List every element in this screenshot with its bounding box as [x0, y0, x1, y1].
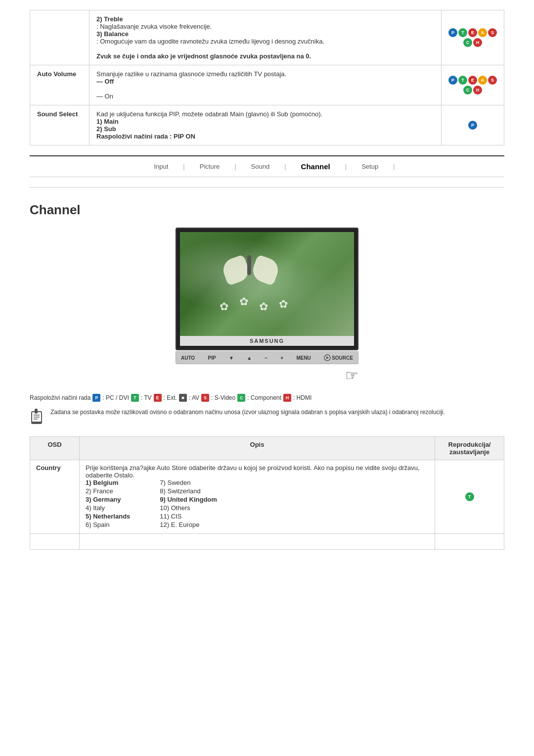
nav-input[interactable]: Input	[139, 161, 183, 172]
sound-select-sub: 2) Sub	[96, 125, 116, 133]
icon-cell-auto-volume: P T E A S C H	[442, 65, 504, 105]
rep-country: T	[435, 460, 504, 534]
volume-note: Zvuk se čuje i onda ako je vrijednost gl…	[96, 52, 311, 60]
country-list-left: 1) Belgium 2) France 3) Germany 4) Italy…	[86, 479, 130, 528]
icon-cluster-country: T	[465, 492, 474, 501]
balance-desc: : Omogućuje vam da ugodite ravnotežu zvu…	[96, 38, 324, 45]
country-netherlands: 5) Netherlands	[86, 513, 130, 520]
osd-country: Country	[30, 460, 80, 534]
badge-c: C	[237, 394, 245, 402]
sound-select-desc: Kad je uključena funkcija PIP, možete od…	[96, 110, 322, 118]
btn-plus[interactable]: +	[280, 355, 283, 361]
settings-table: 2) Treble : Naglašavanje zvuka visoke fr…	[30, 10, 504, 145]
country-belgium: 1) Belgium	[86, 479, 130, 486]
table-row-auto-volume: Auto Volume Smanjuje razlike u razinama …	[30, 65, 504, 105]
icon-h-av: H	[473, 86, 482, 94]
icon-row-top: P T E A S	[448, 28, 497, 37]
icon-s-av: S	[488, 76, 497, 85]
nav-sound[interactable]: Sound	[236, 161, 285, 172]
tv-logo-bar: SAMSUNG	[180, 336, 354, 346]
country-col-left: 1) Belgium 2) France 3) Germany 4) Italy…	[86, 479, 130, 529]
mode-label-t: : TV	[141, 394, 152, 401]
available-modes: Raspoloživi načini rada P : PC / DVI T :…	[30, 394, 504, 402]
empty-desc	[80, 534, 435, 550]
btn-minus[interactable]: –	[265, 355, 267, 361]
btn-source[interactable]: SOURCE	[324, 354, 353, 361]
channel-title: Channel	[30, 202, 504, 218]
badge-t: T	[131, 394, 139, 402]
flowers	[215, 285, 319, 315]
th-desc: Opis	[80, 437, 435, 460]
nav-channel[interactable]: Channel	[286, 160, 345, 173]
icon-e-av: E	[468, 76, 477, 85]
note-icon	[30, 408, 45, 428]
btn-down[interactable]: ▼	[229, 355, 234, 361]
icon-cluster-av: P T E A S C H	[448, 76, 497, 94]
icon-t: T	[458, 28, 467, 37]
empty-rep	[435, 534, 504, 550]
desc-country: Prije korištenja zna?ajke Auto Store oda…	[80, 460, 435, 534]
auto-volume-on: — On	[96, 93, 113, 100]
note-box: Zadana se postavka može razlikovati ovis…	[30, 409, 504, 428]
flower-4	[279, 298, 294, 313]
badge-e: E	[154, 394, 162, 402]
treble-desc: : Naglašavanje zvuka visoke frekvencije.	[96, 23, 212, 30]
icon-row-bottom: C H	[463, 38, 482, 47]
icon-row-av-bottom: C H	[463, 86, 482, 94]
country-france: 2) France	[86, 487, 130, 495]
btn-auto[interactable]: AUTO	[181, 355, 195, 361]
label-auto-volume: Auto Volume	[30, 65, 89, 105]
country-germany: 3) Germany	[86, 496, 130, 503]
flower-1	[220, 300, 234, 315]
icon-t-av: T	[458, 76, 467, 85]
balance-label: 3) Balance	[96, 30, 129, 38]
badge-h: H	[283, 394, 291, 402]
nav-picture[interactable]: Picture	[185, 161, 234, 172]
badge-av: ■	[179, 394, 187, 402]
country-sweden: 7) Sweden	[160, 479, 217, 486]
mode-badge-p: P	[92, 394, 100, 402]
icon-t-country: T	[465, 492, 474, 501]
nav-setup[interactable]: Setup	[347, 161, 393, 172]
nav-sep-5: |	[393, 163, 395, 170]
table-row-country: Country Prije korištenja zna?ajke Auto S…	[30, 460, 504, 534]
svg-rect-3	[35, 409, 38, 414]
label-cell-empty	[30, 10, 89, 65]
table-row-treble-balance: 2) Treble : Naglašavanje zvuka visoke fr…	[30, 10, 504, 65]
icon-cell-treble: P T E A S C H	[442, 10, 504, 65]
mode-label-s: : S-Video	[211, 394, 235, 401]
flower-3	[259, 300, 274, 315]
mode-label-av: : AV	[189, 394, 199, 401]
badge-p: P	[92, 394, 100, 402]
badge-s: S	[201, 394, 209, 402]
icon-cluster-ss: P	[468, 121, 477, 130]
tv-mockup: SAMSUNG AUTO PIP ▼ ▲ – + MENU SOURCE ☞	[176, 228, 358, 384]
icon-row-country: T	[465, 492, 474, 501]
bottom-table: OSD Opis Reprodukcija/zaustavljanje Coun…	[30, 436, 504, 550]
btn-menu[interactable]: MENU	[296, 355, 311, 361]
country-switzerland: 8) Switzerland	[160, 487, 217, 495]
icon-p-ss: P	[468, 121, 477, 130]
treble-label: 2) Treble	[96, 15, 123, 23]
table-row-empty	[30, 534, 504, 550]
tv-screen	[180, 232, 354, 336]
btn-pip[interactable]: PIP	[208, 355, 216, 361]
table-row-sound-select: Sound Select Kad je uključena funkcija P…	[30, 105, 504, 145]
country-col-right: 7) Sweden 8) Switzerland 9) United Kingd…	[160, 479, 217, 529]
icon-a: A	[478, 28, 487, 37]
country-list-right: 7) Sweden 8) Switzerland 9) United Kingd…	[160, 479, 217, 528]
mode-label-h: : HDMI	[293, 394, 312, 401]
channel-section: Channel	[30, 202, 504, 550]
divider	[30, 187, 504, 188]
mode-label-e: : Ext.	[164, 394, 177, 401]
btn-up[interactable]: ▲	[247, 355, 252, 361]
icon-c-av: C	[463, 86, 472, 94]
auto-volume-desc: Smanjuje razlike u razinama glasnoće izm…	[96, 70, 286, 78]
nav-bar: Input | Picture | Sound | Channel | Setu…	[30, 155, 504, 177]
sound-select-modes: Raspoloživi načini rada : PIP ON	[96, 133, 195, 140]
icon-s: S	[488, 28, 497, 37]
country-desc-intro: Prije korištenja zna?ajke Auto Store oda…	[86, 464, 420, 479]
icon-h: H	[473, 38, 482, 47]
content-auto-volume: Smanjuje razlike u razinama glasnoće izm…	[89, 65, 442, 105]
icon-cluster-pteas: P T E A S C H	[448, 28, 497, 47]
